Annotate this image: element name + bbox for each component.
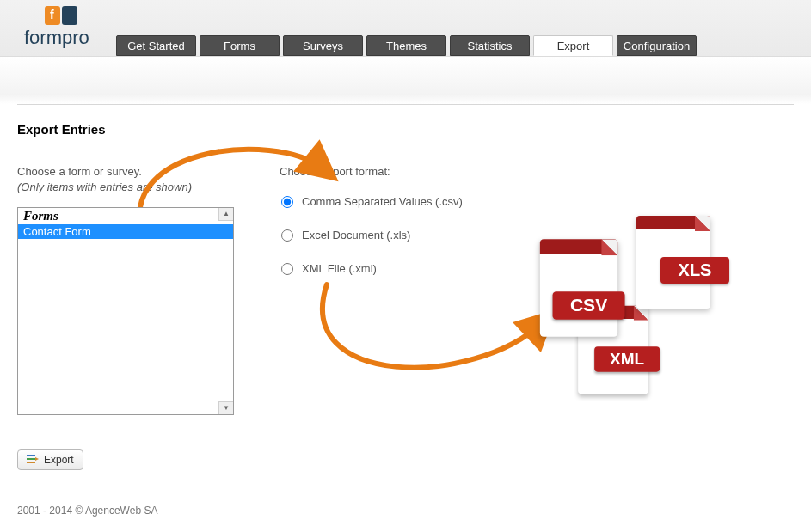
- scroll-up-icon[interactable]: ▲: [218, 208, 233, 221]
- format-options: Comma Separated Values (.csv) Excel Docu…: [280, 195, 463, 275]
- tab-statistics[interactable]: Statistics: [450, 35, 530, 56]
- left-column: Choose a form or survey. (Only items wit…: [17, 164, 254, 415]
- scroll-down-icon[interactable]: ▼: [218, 401, 233, 414]
- file-badge-xml: XML: [594, 346, 660, 371]
- export-button-label: Export: [44, 454, 74, 466]
- divider: [17, 104, 794, 105]
- right-column: Choose export format: Comma Separated Va…: [280, 164, 463, 296]
- format-option-csv[interactable]: Comma Separated Values (.csv): [280, 195, 463, 208]
- svg-rect-1: [27, 458, 35, 460]
- file-type-illustration: XLS CSV XML: [533, 216, 731, 388]
- choose-form-prompt: Choose a form or survey. (Only items wit…: [17, 164, 254, 195]
- format-option-xml[interactable]: XML File (.xml): [280, 262, 463, 275]
- file-badge-xls: XLS: [660, 257, 729, 284]
- file-doc-csv: CSV: [540, 239, 617, 336]
- logo-block-navy: [62, 6, 77, 25]
- export-icon: [27, 454, 39, 466]
- logo-text: formpro: [24, 27, 89, 49]
- svg-rect-0: [27, 455, 35, 456]
- choose-form-hint: (Only items with entries are shown): [17, 180, 192, 193]
- footer: 2001 - 2014 © AgenceWeb SA: [17, 504, 794, 517]
- annotation-arrow-2: [267, 276, 559, 413]
- tab-forms[interactable]: Forms: [200, 35, 280, 56]
- columns: Choose a form or survey. (Only items wit…: [17, 164, 794, 415]
- tab-export[interactable]: Export: [533, 35, 613, 56]
- tab-surveys[interactable]: Surveys: [283, 35, 363, 56]
- content: Export Entries Choose a form or survey. …: [0, 104, 811, 517]
- page-title: Export Entries: [17, 122, 794, 137]
- format-option-xls[interactable]: Excel Document (.xls): [280, 229, 463, 242]
- tab-themes[interactable]: Themes: [366, 35, 446, 56]
- logo-block-orange: [45, 6, 60, 25]
- tab-get-started[interactable]: Get Started: [116, 35, 196, 56]
- top-bar: formpro Get Started Forms Surveys Themes…: [0, 0, 811, 57]
- format-radio-xls[interactable]: [281, 229, 293, 242]
- logo: formpro: [24, 6, 89, 49]
- format-radio-csv[interactable]: [281, 196, 293, 208]
- tab-configuration[interactable]: Configuration: [617, 35, 697, 56]
- export-button[interactable]: Export: [17, 449, 83, 470]
- format-radio-xml[interactable]: [281, 263, 293, 275]
- svg-rect-2: [27, 462, 35, 463]
- main-tabs: Get Started Forms Surveys Themes Statist…: [116, 35, 697, 56]
- form-listbox[interactable]: ▲ Forms Contact Form ▼: [17, 207, 234, 415]
- choose-form-label: Choose a form or survey.: [17, 165, 142, 178]
- choose-format-label: Choose export format:: [280, 164, 463, 180]
- file-doc-xls: XLS: [636, 216, 710, 309]
- list-item[interactable]: Contact Form: [18, 224, 233, 239]
- format-label-csv: Comma Separated Values (.csv): [302, 195, 463, 208]
- format-label-xls: Excel Document (.xls): [302, 229, 410, 242]
- logo-mark: [24, 6, 89, 25]
- file-badge-csv: CSV: [553, 291, 625, 320]
- format-label-xml: XML File (.xml): [302, 262, 377, 275]
- listbox-header: Forms: [18, 208, 233, 224]
- sub-bar: [0, 57, 811, 104]
